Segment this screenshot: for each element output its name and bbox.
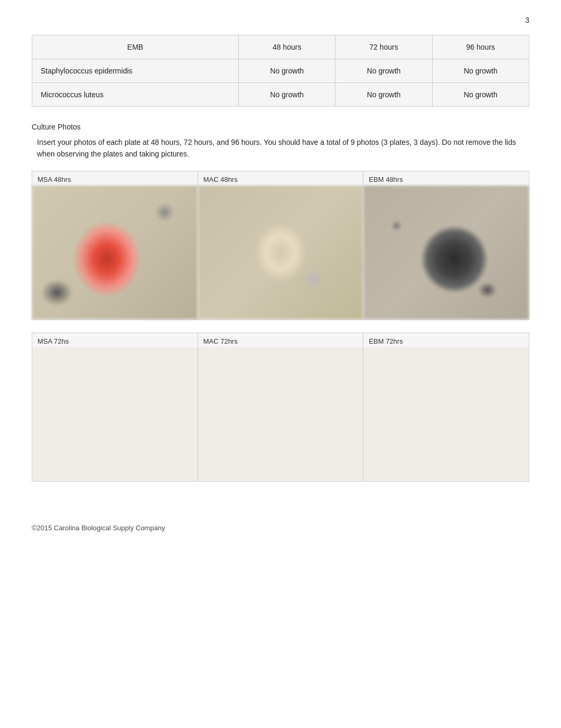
footer-text: ©2015 Carolina Biological Supply Company bbox=[32, 524, 529, 532]
photo-cell-msa-72: MSA 72hs bbox=[32, 333, 198, 481]
photo-image-msa-72 bbox=[32, 347, 198, 481]
table-row: Micrococcus luteus No growth No growth N… bbox=[32, 83, 529, 107]
photo-label-mac-48: MAC 48hrs bbox=[198, 171, 363, 186]
photo-label-msa-72: MSA 72hs bbox=[32, 333, 198, 347]
results-table: EMB 48 hours 72 hours 96 hours Staphyloc… bbox=[32, 35, 529, 107]
cell-micro-72: No growth bbox=[335, 83, 432, 107]
photo-cell-mac-72: MAC 72hrs bbox=[198, 333, 364, 481]
photo-cell-emb-72: EBM 72hrs bbox=[363, 333, 529, 481]
row-label-micro: Micrococcus luteus bbox=[32, 83, 239, 107]
cell-staph-72: No growth bbox=[335, 59, 432, 83]
photo-image-msa-48 bbox=[32, 186, 198, 319]
photo-cell-emb-48: EBM 48hrs bbox=[363, 171, 529, 319]
table-header-72h: 72 hours bbox=[335, 35, 432, 59]
photo-image-mac-72 bbox=[198, 347, 363, 481]
cell-micro-48: No growth bbox=[239, 83, 335, 107]
photo-grid-48hrs: MSA 48hrs MAC 48hrs EBM 48hrs bbox=[32, 171, 529, 320]
row-label-staph: Staphylococcus epidermidis bbox=[32, 59, 239, 83]
photo-image-mac-48 bbox=[198, 186, 363, 319]
photo-cell-msa-48: MSA 48hrs bbox=[32, 171, 198, 319]
cell-staph-96: No growth bbox=[432, 59, 529, 83]
photo-cell-mac-48: MAC 48hrs bbox=[198, 171, 364, 319]
page-number: 3 bbox=[32, 16, 529, 24]
photo-grid-72hrs: MSA 72hs MAC 72hrs EBM 72hrs bbox=[32, 333, 529, 482]
photo-label-emb-48: EBM 48hrs bbox=[363, 171, 529, 186]
table-header-96h: 96 hours bbox=[432, 35, 529, 59]
table-header-48h: 48 hours bbox=[239, 35, 335, 59]
photo-label-emb-72: EBM 72hrs bbox=[363, 333, 529, 347]
culture-photos-section: Culture Photos Insert your photos of eac… bbox=[32, 123, 529, 482]
culture-instructions: Insert your photos of each plate at 48 h… bbox=[32, 136, 529, 160]
photo-label-mac-72: MAC 72hrs bbox=[198, 333, 363, 347]
photo-image-emb-72 bbox=[363, 347, 529, 481]
cell-staph-48: No growth bbox=[239, 59, 335, 83]
table-row: Staphylococcus epidermidis No growth No … bbox=[32, 59, 529, 83]
photo-image-emb-48 bbox=[363, 186, 529, 319]
section-title: Culture Photos bbox=[32, 123, 529, 131]
cell-micro-96: No growth bbox=[432, 83, 529, 107]
photo-label-msa-48: MSA 48hrs bbox=[32, 171, 198, 186]
table-header-emb: EMB bbox=[32, 35, 239, 59]
